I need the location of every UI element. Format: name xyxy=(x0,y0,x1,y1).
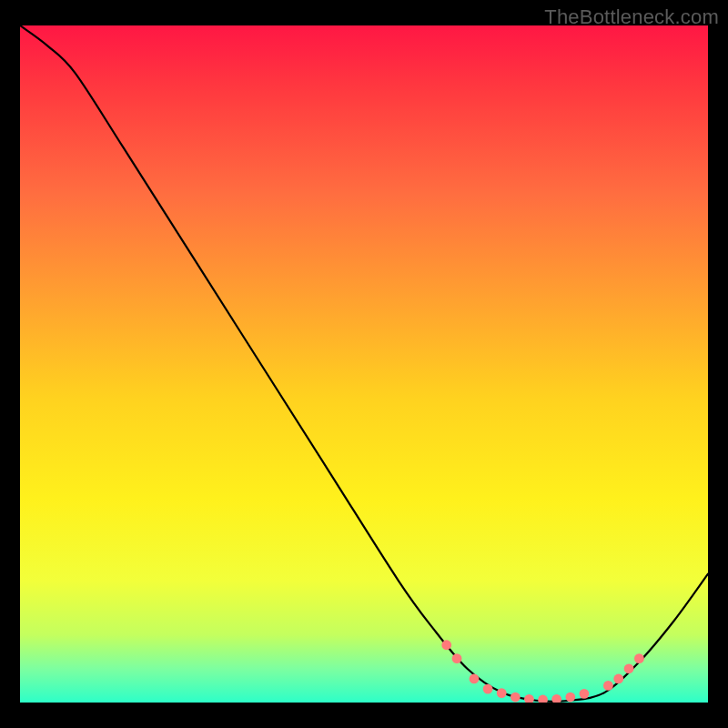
curve-marker xyxy=(483,684,493,694)
watermark-label: TheBottleneck.com xyxy=(544,5,719,29)
curve-marker xyxy=(470,674,480,684)
curve-marker xyxy=(497,688,507,698)
plot-area xyxy=(20,25,708,703)
bottleneck-curve-chart xyxy=(20,25,708,703)
curve-marker xyxy=(634,653,644,663)
curve-marker xyxy=(603,681,613,691)
curve-marker xyxy=(565,693,575,703)
chart-frame: TheBottleneck.com xyxy=(0,0,728,728)
curve-marker xyxy=(452,653,462,663)
curve-marker xyxy=(441,640,451,650)
curve-marker xyxy=(580,689,590,699)
curve-marker xyxy=(511,693,521,703)
curve-marker xyxy=(613,674,623,684)
curve-marker xyxy=(624,663,634,673)
gradient-background xyxy=(20,25,708,703)
